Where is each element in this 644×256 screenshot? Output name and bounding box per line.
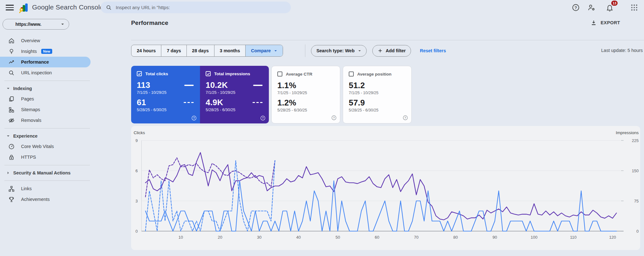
new-badge: New <box>41 49 52 54</box>
svg-text:6: 6 <box>136 168 138 173</box>
help-icon[interactable]: ? <box>260 115 266 121</box>
url-inspection-search-bar[interactable]: Inspect any URL in "https: <box>101 2 291 13</box>
total-impressions-toggle[interactable]: Total impressions <box>206 71 264 76</box>
svg-text:?: ? <box>262 117 264 120</box>
divider <box>4 180 90 181</box>
app-title: Google Search Console <box>32 3 103 11</box>
metric-period: 5/28/25 - 6/30/25 <box>206 108 264 112</box>
property-label: https://www. <box>15 22 61 27</box>
svg-text:90: 90 <box>492 235 497 240</box>
dashed-line-indicator <box>253 102 263 103</box>
sidebar-item-removals[interactable]: Removals <box>0 115 94 126</box>
help-icon[interactable]: ? <box>572 3 580 12</box>
svg-text:110: 110 <box>570 235 577 240</box>
solid-line-indicator <box>253 85 263 86</box>
average-position-toggle[interactable]: Average position <box>349 71 406 77</box>
export-button[interactable]: EXPORT <box>591 20 620 26</box>
sidebar-section-security-manual-actions[interactable]: Security & Manual Actions <box>0 168 94 178</box>
svg-text:Clicks: Clicks <box>134 130 145 135</box>
metric-cards-row: Total clicks 113 7/1/25 - 10/29/25 61 5/… <box>131 66 414 123</box>
average-position-card[interactable]: Average position 51.2 7/1/25 - 10/29/25 … <box>343 66 412 123</box>
performance-chart-panel: 9630225150750102030405060708090100110120… <box>131 126 640 250</box>
svg-text:100: 100 <box>531 235 538 240</box>
svg-text:Impressions: Impressions <box>616 130 639 135</box>
solid-line-indicator <box>184 85 194 86</box>
svg-text:?: ? <box>193 117 195 120</box>
svg-text:120: 120 <box>609 235 616 240</box>
caret-down-icon <box>358 49 361 53</box>
date-range-28-days[interactable]: 28 days <box>186 45 214 56</box>
svg-text:75: 75 <box>634 199 639 203</box>
svg-text:70: 70 <box>414 235 419 240</box>
svg-text:30: 30 <box>257 235 261 240</box>
apps-grid-icon[interactable] <box>630 3 638 12</box>
average-ctr-card[interactable]: Average CTR 1.1% 7/1/25 - 10/29/25 1.2% … <box>271 66 340 123</box>
sidebar-item-pages[interactable]: Pages <box>0 94 94 104</box>
average-ctr-toggle[interactable]: Average CTR <box>277 71 335 77</box>
checkbox-unchecked-icon <box>277 71 282 77</box>
total-clicks-card[interactable]: Total clicks 113 7/1/25 - 10/29/25 61 5/… <box>131 66 200 123</box>
checkbox-unchecked-icon <box>349 71 354 77</box>
help-icon[interactable]: ? <box>191 115 197 121</box>
sidebar-item-insights[interactable]: Insights New <box>0 46 94 57</box>
sidebar-item-links[interactable]: Links <box>0 183 94 194</box>
top-app-bar: Google Search Console Inspect any URL in… <box>0 0 644 15</box>
sidebar-section-indexing[interactable]: Indexing <box>0 83 94 94</box>
metric-value: 113 <box>137 80 150 90</box>
metric-period: 7/1/25 - 10/29/25 <box>137 90 195 95</box>
help-icon[interactable]: ? <box>402 115 408 121</box>
dashed-line-indicator <box>184 102 194 103</box>
reset-filters-link[interactable]: Reset filters <box>420 48 446 53</box>
eye-off-icon <box>8 117 15 124</box>
sidebar-item-https[interactable]: HTTPS <box>0 152 94 162</box>
links-network-icon <box>8 185 15 192</box>
sidebar-item-sitemaps[interactable]: Sitemaps <box>0 104 94 115</box>
sidebar-item-url-inspection[interactable]: URL inspection <box>0 67 94 78</box>
total-clicks-toggle[interactable]: Total clicks <box>137 71 195 76</box>
svg-text:0: 0 <box>636 229 639 234</box>
add-filter-button[interactable]: Add filter <box>372 45 411 57</box>
menu-icon[interactable] <box>6 4 14 11</box>
svg-text:?: ? <box>575 5 577 10</box>
sidebar: https://www. Overview Insights New Perfo… <box>0 15 94 256</box>
total-impressions-card[interactable]: Total impressions 10.2K 7/1/25 - 10/29/2… <box>200 66 269 123</box>
metric-value: 57.9 <box>349 98 365 108</box>
metric-period: 7/1/25 - 10/29/25 <box>277 91 335 95</box>
sidebar-item-core-web-vitals[interactable]: Core Web Vitals <box>0 141 94 152</box>
divider <box>4 81 90 81</box>
search-icon <box>106 4 112 11</box>
svg-text:50: 50 <box>336 235 340 240</box>
search-placeholder: Inspect any URL in "https: <box>116 5 170 10</box>
search-type-button[interactable]: Search type: Web <box>311 45 366 57</box>
performance-chart[interactable]: 9630225150750102030405060708090100110120… <box>131 126 640 250</box>
metric-value: 51.2 <box>349 81 365 90</box>
sidebar-section-experience[interactable]: Experience <box>0 131 94 141</box>
svg-text:10: 10 <box>179 235 183 240</box>
svg-text:20: 20 <box>218 235 222 240</box>
caret-down-icon <box>6 134 10 138</box>
svg-text:60: 60 <box>375 235 379 240</box>
trending-up-icon <box>8 59 15 65</box>
lock-icon <box>8 154 15 161</box>
svg-text:40: 40 <box>296 235 301 240</box>
user-settings-icon[interactable] <box>587 3 596 12</box>
sidebar-item-achievements[interactable]: Achievements <box>0 194 94 205</box>
sidebar-item-performance[interactable]: Performance <box>0 57 91 67</box>
notification-count-badge: 13 <box>611 1 618 6</box>
svg-text:80: 80 <box>453 235 458 240</box>
date-range-compare[interactable]: Compare <box>245 45 283 56</box>
magnifier-icon <box>8 70 15 76</box>
help-icon[interactable]: ? <box>331 115 337 121</box>
property-selector[interactable]: https://www. <box>3 19 69 30</box>
sidebar-item-overview[interactable]: Overview <box>0 35 94 46</box>
caret-right-icon <box>6 171 10 175</box>
date-range-7-days[interactable]: 7 days <box>161 45 186 56</box>
caret-down-icon <box>274 49 277 53</box>
date-range-24-hours[interactable]: 24 hours <box>131 45 161 56</box>
date-range-segmented-control: 24 hours 7 days 28 days 3 months Compare <box>131 45 283 57</box>
metric-period: 7/1/25 - 10/29/25 <box>349 91 406 95</box>
svg-text:3: 3 <box>136 199 138 203</box>
date-range-3-months[interactable]: 3 months <box>214 45 245 56</box>
svg-text:9: 9 <box>136 138 138 143</box>
pages-icon <box>8 96 15 102</box>
